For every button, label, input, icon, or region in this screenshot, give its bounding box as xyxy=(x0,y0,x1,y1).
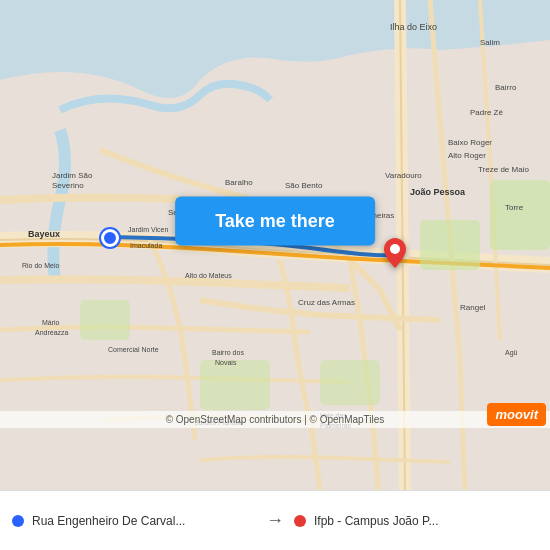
svg-text:Bairro: Bairro xyxy=(495,83,517,92)
svg-rect-2 xyxy=(80,300,130,340)
origin-marker xyxy=(101,229,119,247)
svg-text:Severino: Severino xyxy=(52,181,84,190)
destination-dot xyxy=(294,515,306,527)
take-me-there-button[interactable]: Take me there xyxy=(175,196,375,245)
svg-rect-4 xyxy=(320,360,380,405)
svg-text:João Pessoa: João Pessoa xyxy=(410,187,466,197)
map-container: Ilha do Eixo Salim Bairro Padre Zé Baixo… xyxy=(0,0,550,490)
svg-text:Jardim Vicen: Jardim Vicen xyxy=(128,226,168,233)
route-arrow: → xyxy=(256,510,294,531)
svg-text:Andreazza: Andreazza xyxy=(35,329,69,336)
svg-text:Bairro dos: Bairro dos xyxy=(212,349,244,356)
attribution-text: © OpenStreetMap contributors | © OpenMap… xyxy=(0,411,550,428)
svg-text:Alto do Mateus: Alto do Mateus xyxy=(185,272,232,279)
svg-text:Torre: Torre xyxy=(505,203,524,212)
svg-text:Ilha do Eixo: Ilha do Eixo xyxy=(390,22,437,32)
svg-text:Mário: Mário xyxy=(42,319,60,326)
svg-text:Baralho: Baralho xyxy=(225,178,253,187)
footer-origin: Rua Engenheiro De Carval... xyxy=(12,514,256,528)
svg-text:Novais: Novais xyxy=(215,359,237,366)
destination-marker xyxy=(384,238,406,272)
svg-text:Agü: Agü xyxy=(505,349,518,357)
svg-text:Comercial Norte: Comercial Norte xyxy=(108,346,159,353)
destination-label: Ifpb - Campus João P... xyxy=(314,514,439,528)
svg-text:Cruz das Armas: Cruz das Armas xyxy=(298,298,355,307)
svg-text:Jardim São: Jardim São xyxy=(52,171,93,180)
svg-text:Imaculada: Imaculada xyxy=(130,242,162,249)
svg-rect-0 xyxy=(420,220,480,270)
svg-text:Bayeux: Bayeux xyxy=(28,229,60,239)
svg-point-37 xyxy=(390,244,400,254)
svg-rect-3 xyxy=(200,360,270,410)
svg-text:Rio do Meio: Rio do Meio xyxy=(22,262,59,269)
svg-text:Baixo Roger: Baixo Roger xyxy=(448,138,492,147)
svg-text:Padre Zé: Padre Zé xyxy=(470,108,503,117)
origin-dot xyxy=(12,515,24,527)
svg-text:Alto Roger: Alto Roger xyxy=(448,151,486,160)
svg-text:Varadouro: Varadouro xyxy=(385,171,422,180)
origin-label: Rua Engenheiro De Carval... xyxy=(32,514,185,528)
svg-text:Salim: Salim xyxy=(480,38,500,47)
svg-text:Rangel: Rangel xyxy=(460,303,486,312)
svg-rect-1 xyxy=(490,180,550,250)
footer-destination: Ifpb - Campus João P... xyxy=(294,514,538,528)
footer-bar: Rua Engenheiro De Carval... → Ifpb - Cam… xyxy=(0,490,550,550)
svg-text:Treze de Maio: Treze de Maio xyxy=(478,165,529,174)
moovit-logo: moovit xyxy=(487,403,546,426)
svg-text:São Bento: São Bento xyxy=(285,181,323,190)
